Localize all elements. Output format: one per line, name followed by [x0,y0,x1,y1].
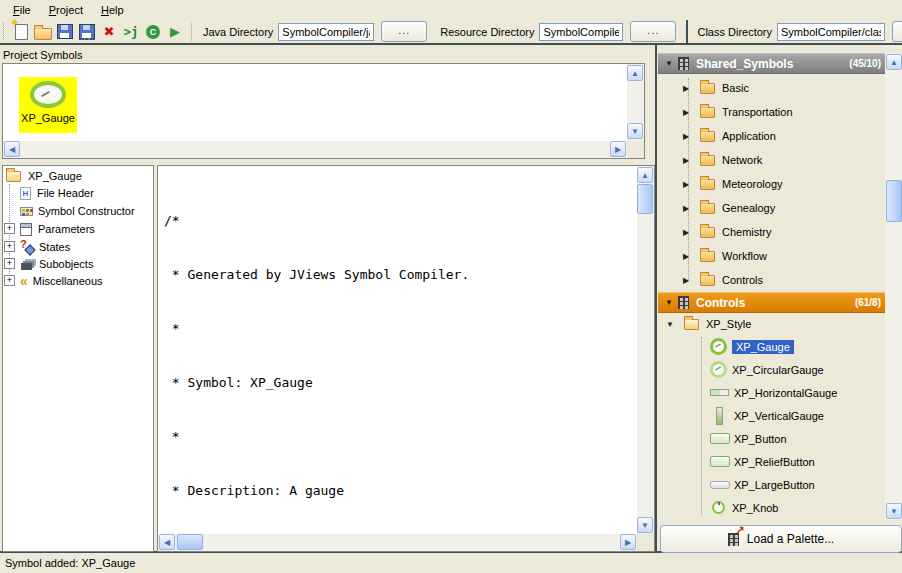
save-all-icon [79,24,95,40]
save-icon [57,24,73,39]
palette-symbol-xp-button[interactable]: XP_Button [658,427,884,450]
run-button[interactable] [164,22,186,42]
code-line: * Symbol: XP_Gauge [164,374,624,392]
palette-scroll-up-icon[interactable] [886,54,902,70]
palette-folder-genealogy[interactable]: Genealogy [658,196,884,220]
palette-folder-label: Controls [722,274,763,286]
expand-triangle-icon[interactable] [680,180,692,189]
expand-miscellaneous-icon[interactable] [4,275,15,286]
menu-help[interactable]: Help [92,2,133,19]
palette-symbol-xp-largebutton[interactable]: XP_LargeButton [658,473,884,496]
palette-symbol-xp-knob[interactable]: XP_Knob [658,496,884,519]
collapse-triangle-icon[interactable] [663,298,675,307]
expand-triangle-icon[interactable] [680,84,692,93]
expand-parameters-icon[interactable] [4,223,15,234]
palette-symbol-label: XP_LargeButton [734,479,815,491]
project-symbols-title: Project Symbols [3,49,82,61]
expand-triangle-icon[interactable] [680,132,692,141]
tree-item-file-header[interactable]: File Header [20,184,94,202]
editor-hscroll-thumb[interactable] [177,534,203,550]
palette-folder-controls[interactable]: Controls [658,268,884,292]
palette-folder-basic[interactable]: Basic [658,76,884,100]
palette-header-shared-symbols[interactable]: Shared_Symbols (45/10) [658,53,885,74]
menu-project[interactable]: Project [40,2,92,19]
editor-scroll-left-icon[interactable] [159,534,175,550]
expand-triangle-icon[interactable] [680,156,692,165]
relief-button-icon [710,456,730,467]
toolbar-grip[interactable] [3,23,5,40]
file-header-icon [20,187,31,200]
palette-folder-meteorology[interactable]: Meteorology [658,172,884,196]
palette-folder-application[interactable]: Application [658,124,884,148]
expand-triangle-icon[interactable] [680,276,692,285]
expand-subobjects-icon[interactable] [4,258,15,269]
palette-symbol-xp-gauge[interactable]: XP_Gauge [658,335,884,358]
java-directory-browse-button[interactable]: ... [381,21,427,42]
new-project-button[interactable] [10,22,32,42]
expand-triangle-icon[interactable] [680,228,692,237]
save-all-button[interactable] [76,22,98,42]
java-directory-input[interactable] [278,23,374,41]
palette-symbol-xp-circulargauge[interactable]: XP_CircularGauge [658,358,884,381]
palette-header-controls[interactable]: Controls (61/8) [658,292,885,313]
editor-vscrollbar[interactable] [637,166,654,534]
collapse-triangle-icon[interactable] [664,320,676,329]
compile-button[interactable] [142,22,164,42]
java-export-icon [124,25,138,39]
palette-symbol-xp-reliefbutton[interactable]: XP_ReliefButton [658,450,884,473]
palette-symbol-xp-verticalgauge[interactable]: XP_VerticalGauge [658,404,884,427]
folder-icon [700,227,715,238]
main-split-divider[interactable] [655,45,657,552]
palette-symbol-xp-horizontalgauge[interactable]: XP_HorizontalGauge [658,381,884,404]
save-button[interactable] [54,22,76,42]
tree-item-subobjects[interactable]: Subobjects [20,255,93,273]
menu-file[interactable]: File [4,2,40,19]
resource-directory-input[interactable] [539,23,623,41]
ps-scroll-up-icon[interactable] [627,65,643,81]
ps-scroll-left-icon[interactable] [4,141,20,157]
palette-vscroll-thumb[interactable] [886,180,902,222]
circular-gauge-icon [710,361,727,378]
palette-folder-chemistry[interactable]: Chemistry [658,220,884,244]
open-project-button[interactable] [32,22,54,42]
project-symbol-xp-gauge[interactable]: XP_Gauge [19,77,77,133]
palette-vscrollbar[interactable] [885,53,902,520]
tree-item-states[interactable]: States [20,238,70,256]
palette-folder-network[interactable]: Network [658,148,884,172]
expand-triangle-icon[interactable] [680,204,692,213]
ps-hscrollbar[interactable] [3,141,627,158]
class-directory-input[interactable] [777,23,885,41]
expand-triangle-icon[interactable] [680,108,692,117]
tree-item-parameters[interactable]: Parameters [20,220,95,238]
ps-scroll-down-icon[interactable] [627,123,643,139]
code-text[interactable]: /* * Generated by JViews Symbol Compiler… [164,176,624,573]
editor-scroll-right-icon[interactable] [620,534,636,550]
palette-group-xp-style[interactable]: XP_Style [658,313,884,335]
horizontal-gauge-icon [710,389,729,396]
gauge-icon [30,81,66,108]
tree-item-symbol-constructor[interactable]: Symbol Constructor [20,202,135,220]
code-editor-panel[interactable]: /* * Generated by JViews Symbol Compiler… [157,165,655,552]
collapse-triangle-icon[interactable] [663,59,675,68]
editor-scroll-down-icon[interactable] [637,517,653,533]
tree-item-miscellaneous[interactable]: Miscellaneous [20,272,103,290]
palette-folder-workflow[interactable]: Workflow [658,244,884,268]
editor-vscroll-thumb[interactable] [637,184,653,214]
expand-states-icon[interactable] [4,241,15,252]
palette-folder-transportation[interactable]: Transportation [658,100,884,124]
generate-java-button[interactable] [120,22,142,42]
ps-scroll-right-icon[interactable] [610,141,626,157]
large-button-icon [710,481,730,489]
tree-root-xp-gauge[interactable]: XP_Gauge [6,167,82,185]
folder-icon [700,107,715,118]
editor-scrollbar-corner [637,534,654,551]
expand-triangle-icon[interactable] [680,252,692,261]
delete-button[interactable] [98,22,120,42]
load-palette-button[interactable]: Load a Palette... [660,525,902,553]
resource-directory-browse-button[interactable]: ... [630,21,676,42]
class-directory-browse-button[interactable]: ... [892,21,902,42]
editor-hscrollbar[interactable] [158,534,637,551]
editor-scroll-up-icon[interactable] [637,167,653,183]
folder-icon [700,251,715,262]
palette-scroll-down-icon[interactable] [886,503,902,519]
